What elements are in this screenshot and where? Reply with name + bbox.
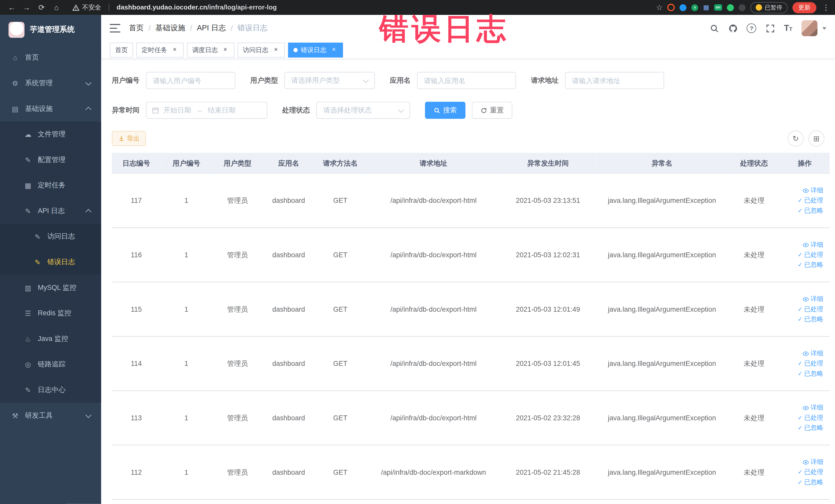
close-icon[interactable]: × xyxy=(171,46,178,54)
process-status-select[interactable]: 请选择处理状态 xyxy=(316,102,410,119)
sidebar-item-api-log[interactable]: ✎ API 日志 xyxy=(0,198,101,224)
update-button[interactable]: 更新 xyxy=(792,2,816,13)
processed-link[interactable]: ✓ 已处理 xyxy=(782,358,823,368)
tab-scheduled-jobs[interactable]: 定时任务 × xyxy=(136,43,184,58)
app-name-input[interactable] xyxy=(417,72,516,89)
tab-error-log[interactable]: 错误日志 × xyxy=(288,43,343,58)
processed-link[interactable]: ✓ 已处理 xyxy=(782,467,823,477)
close-icon[interactable]: × xyxy=(272,46,280,54)
sidebar-item-java-monitor[interactable]: ♨ Java 监控 xyxy=(0,326,101,352)
user-id-input[interactable] xyxy=(146,72,236,89)
sidebar-item-file-mgmt[interactable]: ☁ 文件管理 xyxy=(0,121,101,147)
browser-reload-icon[interactable]: ⟳ xyxy=(35,3,48,12)
detail-link[interactable]: 详细 xyxy=(782,185,823,195)
chevron-down-icon[interactable] xyxy=(822,27,827,29)
cell-app-name: dashboard xyxy=(263,445,314,499)
breadcrumb-infrastructure[interactable]: 基础设施 xyxy=(156,23,185,33)
export-button[interactable]: 导出 xyxy=(112,131,146,146)
paused-badge[interactable]: 已暂停 xyxy=(750,2,788,13)
extension-y-icon[interactable]: Y xyxy=(692,4,698,11)
sidebar-item-dev-tools[interactable]: ⚒ 研发工具 xyxy=(0,403,101,428)
eye-icon xyxy=(803,405,809,411)
detail-link[interactable]: 详细 xyxy=(782,294,823,304)
check-icon: ✓ xyxy=(797,208,802,214)
sidebar-item-config-mgmt[interactable]: ✎ 配置管理 xyxy=(0,147,101,173)
extension-pin-icon[interactable] xyxy=(739,4,746,11)
search-button[interactable]: 搜索 xyxy=(425,102,466,119)
refresh-button[interactable]: ↻ xyxy=(788,130,803,146)
font-size-icon[interactable]: TT xyxy=(784,24,792,32)
logo-image xyxy=(8,22,24,38)
column-header-log-id: 日志编号 xyxy=(112,153,161,173)
ignored-link[interactable]: ✓ 已忽略 xyxy=(782,206,823,216)
extension-drop-icon[interactable] xyxy=(680,4,687,11)
tab-access-log[interactable]: 访问日志 × xyxy=(238,43,285,58)
detail-link[interactable]: 详细 xyxy=(782,457,823,467)
processed-link[interactable]: ✓ 已处理 xyxy=(782,250,823,260)
processed-link[interactable]: ✓ 已处理 xyxy=(782,195,823,205)
sidebar: 芋道管理系统 ⌂ 首页 ⚙ 系统管理 ▤ 基础设施 ☁ 文件管理 ✎ xyxy=(0,15,101,504)
sidebar-item-system-mgmt[interactable]: ⚙ 系统管理 xyxy=(0,70,101,96)
bookmark-star-icon[interactable]: ☆ xyxy=(656,3,663,12)
ignored-link[interactable]: ✓ 已忽略 xyxy=(782,260,823,270)
search-icon[interactable] xyxy=(710,23,719,33)
sidebar-item-redis-monitor[interactable]: ☰ Redis 监控 xyxy=(0,300,101,326)
extension-grid-icon[interactable]: ▦ xyxy=(703,4,710,11)
sidebar-item-trace[interactable]: ◎ 链路追踪 xyxy=(0,351,101,377)
close-icon[interactable]: × xyxy=(330,46,338,54)
column-header-exception: 异常名 xyxy=(595,153,729,173)
extension-ring-icon[interactable] xyxy=(668,4,675,11)
fullscreen-icon[interactable] xyxy=(766,23,775,33)
sidebar-item-scheduled-jobs[interactable]: ▦ 定时任务 xyxy=(0,173,101,198)
browser-forward-icon[interactable]: → xyxy=(20,3,33,12)
cell-time: 2021-05-03 23:13:51 xyxy=(501,173,595,228)
breadcrumb-home[interactable]: 首页 xyxy=(129,23,144,33)
tab-dispatch-log[interactable]: 调度日志 × xyxy=(187,43,235,58)
browser-back-icon[interactable]: ← xyxy=(5,3,18,12)
hamburger-icon[interactable] xyxy=(109,24,120,32)
detail-link[interactable]: 详细 xyxy=(782,348,823,358)
address-bar[interactable]: dashboard.yudao.iocoder.cn/infra/log/api… xyxy=(117,4,277,11)
cell-log-id: 114 xyxy=(112,336,161,391)
detail-link[interactable]: 详细 xyxy=(782,240,823,250)
sidebar-item-mysql-monitor[interactable]: ▥ MySQL 监控 xyxy=(0,275,101,301)
column-header-status: 处理状态 xyxy=(729,153,779,173)
reset-button[interactable]: 重置 xyxy=(472,102,512,119)
browser-menu-icon[interactable]: ⋮ xyxy=(822,3,830,12)
sidebar-item-log-center[interactable]: ✎ 日志中心 xyxy=(0,377,101,403)
app-logo[interactable]: 芋道管理系统 xyxy=(0,15,101,45)
sidebar-item-error-log[interactable]: ✎ 错误日志 xyxy=(0,249,101,275)
help-icon[interactable]: ? xyxy=(747,23,756,33)
sidebar-item-home[interactable]: ⌂ 首页 xyxy=(0,45,101,70)
cell-url: /api/infra/db-doc/export-html xyxy=(366,228,501,282)
page-content: 用户编号 用户类型 请选择用户类型 应用名 xyxy=(101,59,835,504)
gear-icon: ⚙ xyxy=(11,79,20,87)
security-warning[interactable]: 不安全 xyxy=(73,3,101,12)
extension-leaf-icon[interactable] xyxy=(727,4,734,11)
tab-home[interactable]: 首页 xyxy=(109,43,133,58)
chevron-up-icon xyxy=(85,107,91,113)
processed-link[interactable]: ✓ 已处理 xyxy=(782,304,823,314)
extension-on-icon[interactable]: on xyxy=(714,4,722,11)
ignored-link[interactable]: ✓ 已忽略 xyxy=(782,369,823,379)
breadcrumb-api-log[interactable]: API 日志 xyxy=(197,23,226,33)
breadcrumb-separator: / xyxy=(190,24,192,32)
mysql-icon: ▥ xyxy=(23,284,32,292)
devtools-icon: ⚒ xyxy=(11,411,20,420)
ignored-link[interactable]: ✓ 已忽略 xyxy=(782,477,823,487)
exception-time-range[interactable]: 开始日期 – 结束日期 xyxy=(146,102,267,119)
browser-home-icon[interactable]: ⌂ xyxy=(50,3,63,12)
close-icon[interactable]: × xyxy=(222,46,229,54)
column-settings-button[interactable]: ⊞ xyxy=(808,130,824,146)
ignored-link[interactable]: ✓ 已忽略 xyxy=(782,314,823,324)
processed-link[interactable]: ✓ 已处理 xyxy=(782,413,823,423)
user-type-select[interactable]: 请选择用户类型 xyxy=(284,72,375,89)
github-icon[interactable] xyxy=(728,23,737,33)
security-label: 不安全 xyxy=(82,3,101,12)
sidebar-item-access-log[interactable]: ✎ 访问日志 xyxy=(0,224,101,249)
request-url-input[interactable] xyxy=(565,72,664,89)
user-avatar[interactable] xyxy=(801,20,817,36)
ignored-link[interactable]: ✓ 已忽略 xyxy=(782,423,823,433)
sidebar-item-infrastructure[interactable]: ▤ 基础设施 xyxy=(0,96,101,121)
detail-link[interactable]: 详细 xyxy=(782,403,823,412)
